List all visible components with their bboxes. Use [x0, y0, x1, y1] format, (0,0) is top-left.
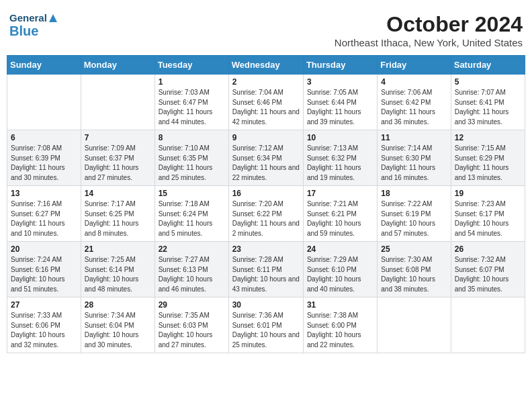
calendar-cell: 24Sunrise: 7:29 AM Sunset: 6:10 PM Dayli…	[303, 242, 377, 298]
day-number: 30	[232, 300, 300, 310]
day-info: Sunrise: 7:05 AM Sunset: 6:44 PM Dayligh…	[307, 88, 373, 127]
calendar-week-row: 20Sunrise: 7:24 AM Sunset: 6:16 PM Dayli…	[7, 242, 525, 298]
calendar-cell: 9Sunrise: 7:12 AM Sunset: 6:34 PM Daylig…	[228, 130, 303, 186]
calendar-cell: 11Sunrise: 7:14 AM Sunset: 6:30 PM Dayli…	[378, 130, 451, 186]
calendar-cell	[378, 298, 451, 353]
day-number: 11	[381, 133, 447, 142]
weekday-header: Friday	[378, 56, 451, 75]
page-title: October 2024	[335, 12, 523, 37]
day-info: Sunrise: 7:13 AM Sunset: 6:32 PM Dayligh…	[307, 144, 373, 183]
day-number: 10	[307, 133, 373, 142]
calendar-cell: 23Sunrise: 7:28 AM Sunset: 6:11 PM Dayli…	[228, 242, 303, 298]
day-number: 16	[232, 189, 300, 198]
calendar-cell: 30Sunrise: 7:36 AM Sunset: 6:01 PM Dayli…	[228, 298, 303, 353]
calendar-cell: 12Sunrise: 7:15 AM Sunset: 6:29 PM Dayli…	[451, 130, 525, 186]
day-info: Sunrise: 7:34 AM Sunset: 6:04 PM Dayligh…	[85, 311, 151, 350]
day-number: 7	[85, 133, 151, 142]
weekday-header: Tuesday	[154, 56, 228, 75]
logo-icon	[48, 13, 58, 24]
day-info: Sunrise: 7:18 AM Sunset: 6:24 PM Dayligh…	[159, 199, 225, 238]
calendar-cell: 4Sunrise: 7:06 AM Sunset: 6:42 PM Daylig…	[378, 75, 451, 130]
day-number: 29	[159, 300, 225, 310]
day-info: Sunrise: 7:27 AM Sunset: 6:13 PM Dayligh…	[159, 255, 225, 294]
day-number: 26	[455, 244, 521, 254]
title-block: October 2024 Northeast Ithaca, New York,…	[335, 12, 523, 48]
calendar-cell: 19Sunrise: 7:23 AM Sunset: 6:17 PM Dayli…	[451, 186, 525, 242]
weekday-header: Wednesday	[228, 56, 303, 75]
day-info: Sunrise: 7:33 AM Sunset: 6:06 PM Dayligh…	[11, 311, 77, 350]
day-number: 31	[307, 300, 373, 310]
calendar-cell: 29Sunrise: 7:35 AM Sunset: 6:03 PM Dayli…	[154, 298, 228, 353]
day-info: Sunrise: 7:16 AM Sunset: 6:27 PM Dayligh…	[11, 199, 77, 238]
calendar-header-row: SundayMondayTuesdayWednesdayThursdayFrid…	[7, 56, 525, 75]
calendar-cell: 13Sunrise: 7:16 AM Sunset: 6:27 PM Dayli…	[7, 186, 81, 242]
day-number: 1	[159, 77, 225, 87]
day-info: Sunrise: 7:07 AM Sunset: 6:41 PM Dayligh…	[455, 88, 521, 127]
calendar-cell: 5Sunrise: 7:07 AM Sunset: 6:41 PM Daylig…	[451, 75, 525, 130]
day-number: 15	[159, 189, 225, 198]
day-info: Sunrise: 7:14 AM Sunset: 6:30 PM Dayligh…	[381, 144, 447, 183]
day-number: 14	[85, 189, 151, 198]
day-number: 3	[307, 77, 373, 87]
calendar-cell: 1Sunrise: 7:03 AM Sunset: 6:47 PM Daylig…	[154, 75, 228, 130]
calendar-cell: 22Sunrise: 7:27 AM Sunset: 6:13 PM Dayli…	[154, 242, 228, 298]
day-info: Sunrise: 7:21 AM Sunset: 6:21 PM Dayligh…	[307, 199, 373, 238]
day-info: Sunrise: 7:20 AM Sunset: 6:22 PM Dayligh…	[232, 199, 300, 238]
calendar-cell: 6Sunrise: 7:08 AM Sunset: 6:39 PM Daylig…	[7, 130, 81, 186]
day-info: Sunrise: 7:12 AM Sunset: 6:34 PM Dayligh…	[232, 144, 300, 183]
calendar-week-row: 1Sunrise: 7:03 AM Sunset: 6:47 PM Daylig…	[7, 75, 525, 130]
weekday-header: Saturday	[451, 56, 525, 75]
calendar-cell: 17Sunrise: 7:21 AM Sunset: 6:21 PM Dayli…	[303, 186, 377, 242]
calendar-cell: 16Sunrise: 7:20 AM Sunset: 6:22 PM Dayli…	[228, 186, 303, 242]
day-number: 18	[381, 189, 447, 198]
day-number: 23	[232, 244, 300, 254]
day-number: 13	[11, 189, 77, 198]
day-number: 6	[11, 133, 77, 142]
calendar-cell: 2Sunrise: 7:04 AM Sunset: 6:46 PM Daylig…	[228, 75, 303, 130]
day-number: 19	[455, 189, 521, 198]
day-number: 28	[85, 300, 151, 310]
calendar-cell: 7Sunrise: 7:09 AM Sunset: 6:37 PM Daylig…	[81, 130, 154, 186]
day-info: Sunrise: 7:25 AM Sunset: 6:14 PM Dayligh…	[85, 255, 151, 294]
day-info: Sunrise: 7:32 AM Sunset: 6:07 PM Dayligh…	[455, 255, 521, 294]
day-info: Sunrise: 7:03 AM Sunset: 6:47 PM Dayligh…	[159, 88, 225, 127]
day-number: 25	[381, 244, 447, 254]
page-header: General Blue October 2024 Northeast Itha…	[7, 7, 525, 51]
day-number: 24	[307, 244, 373, 254]
calendar-cell	[81, 75, 154, 130]
calendar-cell: 14Sunrise: 7:17 AM Sunset: 6:25 PM Dayli…	[81, 186, 154, 242]
day-info: Sunrise: 7:35 AM Sunset: 6:03 PM Dayligh…	[159, 311, 225, 350]
calendar-cell: 3Sunrise: 7:05 AM Sunset: 6:44 PM Daylig…	[303, 75, 377, 130]
day-info: Sunrise: 7:22 AM Sunset: 6:19 PM Dayligh…	[381, 199, 447, 238]
day-info: Sunrise: 7:23 AM Sunset: 6:17 PM Dayligh…	[455, 199, 521, 238]
calendar-cell	[7, 75, 81, 130]
calendar-table: SundayMondayTuesdayWednesdayThursdayFrid…	[7, 55, 525, 353]
logo-blue: Blue	[9, 23, 58, 39]
calendar-cell: 8Sunrise: 7:10 AM Sunset: 6:35 PM Daylig…	[154, 130, 228, 186]
page-subtitle: Northeast Ithaca, New York, United State…	[335, 37, 523, 48]
logo: General Blue	[9, 12, 58, 39]
day-number: 27	[11, 300, 77, 310]
day-info: Sunrise: 7:29 AM Sunset: 6:10 PM Dayligh…	[307, 255, 373, 294]
calendar-week-row: 6Sunrise: 7:08 AM Sunset: 6:39 PM Daylig…	[7, 130, 525, 186]
day-number: 2	[232, 77, 300, 87]
day-info: Sunrise: 7:06 AM Sunset: 6:42 PM Dayligh…	[381, 88, 447, 127]
day-info: Sunrise: 7:17 AM Sunset: 6:25 PM Dayligh…	[85, 199, 151, 238]
day-info: Sunrise: 7:15 AM Sunset: 6:29 PM Dayligh…	[455, 144, 521, 183]
day-number: 12	[455, 133, 521, 142]
calendar-week-row: 27Sunrise: 7:33 AM Sunset: 6:06 PM Dayli…	[7, 298, 525, 353]
day-number: 21	[85, 244, 151, 254]
day-number: 22	[159, 244, 225, 254]
weekday-header: Monday	[81, 56, 154, 75]
calendar-cell: 31Sunrise: 7:38 AM Sunset: 6:00 PM Dayli…	[303, 298, 377, 353]
day-number: 5	[455, 77, 521, 87]
day-number: 17	[307, 189, 373, 198]
weekday-header: Thursday	[303, 56, 377, 75]
day-info: Sunrise: 7:30 AM Sunset: 6:08 PM Dayligh…	[381, 255, 447, 294]
calendar-cell: 28Sunrise: 7:34 AM Sunset: 6:04 PM Dayli…	[81, 298, 154, 353]
weekday-header: Sunday	[7, 56, 81, 75]
day-number: 8	[159, 133, 225, 142]
calendar-cell: 20Sunrise: 7:24 AM Sunset: 6:16 PM Dayli…	[7, 242, 81, 298]
day-info: Sunrise: 7:36 AM Sunset: 6:01 PM Dayligh…	[232, 311, 300, 350]
day-info: Sunrise: 7:10 AM Sunset: 6:35 PM Dayligh…	[159, 144, 225, 183]
